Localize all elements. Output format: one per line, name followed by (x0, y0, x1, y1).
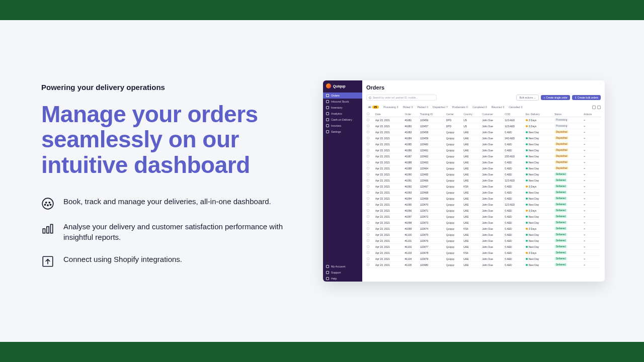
select-all-checkbox[interactable] (367, 113, 369, 115)
row-checkbox[interactable] (367, 191, 369, 194)
tab-cancelled[interactable]: Cancelled0 (507, 105, 524, 110)
row-checkbox[interactable] (367, 131, 369, 133)
row-checkbox[interactable] (367, 161, 369, 163)
cell-order[interactable]: #1091 (404, 177, 419, 184)
row-actions[interactable]: ••• (583, 153, 601, 159)
table-row[interactable]: Apr 23, 2021#1099123474QuiqupKSAJohn Doe… (366, 226, 601, 232)
create-single-order-button[interactable]: +Create single order (541, 95, 570, 100)
col-Actions[interactable]: Actions (583, 112, 601, 117)
sidebar-item-cash-on-delivery[interactable]: Cash on Delivery (323, 117, 362, 123)
table-row[interactable]: Apr 23, 2021#1091123466QuiqupUAEJohn Doe… (366, 177, 601, 184)
sidebar-item-settings[interactable]: Settings (323, 129, 362, 135)
cell-order[interactable]: #1094 (404, 196, 419, 202)
row-actions[interactable]: ••• (583, 220, 601, 226)
row-checkbox[interactable] (367, 125, 369, 127)
col-Tracking ID[interactable]: Tracking ID (420, 112, 446, 117)
table-row[interactable]: Apr 23, 2021#1101123476QuiqupUAEJohn Doe… (366, 238, 601, 244)
col-Country[interactable]: Country (463, 112, 481, 117)
col-COD[interactable]: COD (504, 112, 525, 117)
tab-picked[interactable]: Picked0 (401, 105, 415, 110)
table-row[interactable]: Apr 23, 2021#1096123471QuiqupUAEJohn Doe… (366, 208, 601, 214)
cell-order[interactable]: #1104 (404, 256, 419, 262)
cell-order[interactable]: #1082 (404, 123, 419, 129)
row-actions[interactable]: ••• (583, 262, 601, 268)
table-row[interactable]: Apr 23, 2021#1083123458QuiqupUAEJohn Doe… (366, 129, 601, 135)
row-actions[interactable]: ••• (583, 165, 601, 171)
row-checkbox[interactable] (367, 227, 369, 230)
cell-order[interactable]: #1087 (404, 153, 419, 159)
table-row[interactable]: Apr 23, 2021#1084123459QuiqupUAEJohn Doe… (366, 135, 601, 141)
table-row[interactable]: Apr 23, 2021#1092123467QuiqupKSAJohn Doe… (366, 184, 601, 190)
cell-order[interactable]: #1085 (404, 141, 419, 147)
table-row[interactable]: Apr 23, 2021#1086123461QuiqupUAEJohn Doe… (366, 147, 601, 153)
row-actions[interactable]: ••• (583, 238, 601, 244)
row-actions[interactable]: ••• (583, 190, 601, 196)
row-checkbox[interactable] (367, 167, 369, 169)
table-row[interactable]: Apr 23, 2021#1097123472QuiqupUAEJohn Doe… (366, 214, 601, 220)
table-row[interactable]: Apr 23, 2021#1095123470QuiqupUAEJohn Doe… (366, 202, 601, 208)
row-checkbox[interactable] (367, 209, 369, 212)
cell-order[interactable]: #1086 (404, 147, 419, 153)
tab-problematic[interactable]: Problematic0 (450, 105, 470, 110)
table-row[interactable]: Apr 23, 2021#1094123469QuiqupUAEJohn Doe… (366, 196, 601, 202)
row-actions[interactable]: ••• (583, 184, 601, 190)
sidebar-item-invoices[interactable]: Invoices (323, 123, 362, 129)
col-Customer[interactable]: Customer (481, 112, 504, 117)
row-checkbox[interactable] (367, 173, 369, 175)
tab-returned[interactable]: Returned0 (490, 105, 506, 110)
row-actions[interactable]: ••• (583, 159, 601, 165)
col-Carrier[interactable]: Carrier (446, 112, 463, 117)
sidebar-item-help[interactable]: Help (323, 276, 362, 282)
table-row[interactable]: Apr 23, 2021#1100123475QuiqupUAEJohn Doe… (366, 232, 601, 238)
sidebar-item-support[interactable]: Support (323, 269, 362, 276)
table-row[interactable]: Apr 23, 2021#1087123462QuiqupUAEJohn Doe… (366, 153, 601, 159)
cell-order[interactable]: #1090 (404, 171, 419, 177)
table-row[interactable]: Apr 23, 2021#1103123478QuiqupKSAJohn Doe… (366, 250, 601, 256)
col-select[interactable] (366, 112, 375, 117)
row-actions[interactable]: ••• (583, 250, 601, 256)
bulk-actions-button[interactable]: Bulk actions⌄ (516, 95, 539, 101)
row-actions[interactable]: ••• (583, 214, 601, 220)
cell-order[interactable]: #1101 (404, 238, 419, 244)
sidebar-item-inbound-stock[interactable]: Inbound Stock (323, 99, 362, 105)
columns-icon[interactable] (592, 106, 596, 109)
row-actions[interactable]: ••• (583, 196, 601, 202)
table-row[interactable]: Apr 23, 2021#1081123456DPDUSJohn Doe123 … (366, 117, 601, 123)
table-row[interactable]: Apr 23, 2021#1093123468QuiqupUAEJohn Doe… (366, 190, 601, 196)
cell-order[interactable]: #1102 (404, 244, 419, 250)
tab-completed[interactable]: Completed0 (470, 105, 489, 110)
sidebar-item-analytics[interactable]: Analytics (323, 111, 362, 117)
row-checkbox[interactable] (367, 203, 369, 206)
cell-order[interactable]: #1100 (404, 232, 419, 238)
brand-logo[interactable]: Quiqup (323, 80, 362, 93)
search-input[interactable]: Search by order ref, partner ID, mobile.… (366, 95, 437, 101)
table-row[interactable]: Apr 23, 2021#1104123479QuiqupUAEJohn Doe… (366, 256, 601, 262)
filter-icon[interactable] (597, 106, 601, 109)
table-row[interactable]: Apr 23, 2021#1102123477QuiqupUAEJohn Doe… (366, 244, 601, 250)
row-actions[interactable]: ••• (583, 208, 601, 214)
tab-processing[interactable]: Processing2 (381, 105, 400, 110)
table-row[interactable]: Apr 23, 2021#1098123473QuiqupUAEJohn Doe… (366, 220, 601, 226)
tab-packed[interactable]: Packed0 (415, 105, 430, 110)
row-checkbox[interactable] (367, 233, 369, 236)
row-actions[interactable]: ••• (583, 117, 601, 123)
cell-order[interactable]: #1105 (404, 262, 419, 268)
row-checkbox[interactable] (367, 245, 369, 248)
cell-order[interactable]: #1095 (404, 202, 419, 208)
row-actions[interactable]: ••• (583, 177, 601, 184)
row-checkbox[interactable] (367, 251, 369, 254)
cell-order[interactable]: #1093 (404, 190, 419, 196)
cell-order[interactable]: #1103 (404, 250, 419, 256)
row-actions[interactable]: ••• (583, 135, 601, 141)
row-actions[interactable]: ••• (583, 244, 601, 250)
table-row[interactable]: Apr 23, 2021#1082123457DPDUSJohn Doe123 … (366, 123, 601, 129)
row-checkbox[interactable] (367, 263, 369, 266)
row-checkbox[interactable] (367, 143, 369, 145)
row-checkbox[interactable] (367, 239, 369, 242)
row-actions[interactable]: ••• (583, 123, 601, 129)
table-row[interactable]: Apr 23, 2021#1089123464QuiqupUAEJohn Doe… (366, 165, 601, 171)
cell-order[interactable]: #1089 (404, 165, 419, 171)
row-actions[interactable]: ••• (583, 129, 601, 135)
sidebar-item-orders[interactable]: Orders (323, 93, 362, 99)
cell-order[interactable]: #1081 (404, 117, 419, 123)
